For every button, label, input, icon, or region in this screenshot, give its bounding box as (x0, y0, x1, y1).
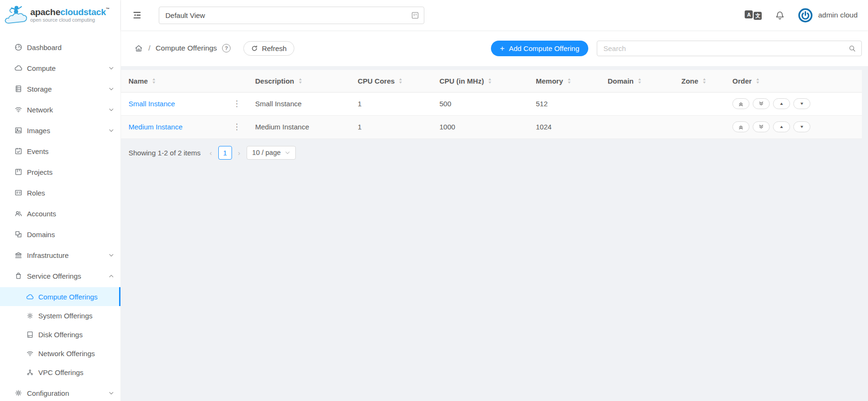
search-button[interactable] (848, 44, 856, 52)
search-box[interactable] (597, 41, 862, 56)
sidebar-item-label: Accounts (27, 210, 114, 218)
wifi-icon (26, 350, 34, 358)
move-to-bottom-button[interactable] (753, 121, 770, 132)
chevron-down-icon (109, 107, 114, 112)
sidebar-item-label: Images (27, 127, 104, 135)
column-header-cpu-cores[interactable]: CPU Cores▲▼ (350, 70, 432, 92)
offering-name-link[interactable]: Small Instance (129, 100, 175, 108)
sidebar-item-label: Infrastructure (27, 251, 104, 259)
previous-page-button[interactable]: ‹ (208, 149, 214, 157)
sort-icon: ▲▼ (488, 77, 491, 85)
page-header-actions: + Add Compute Offering (491, 41, 862, 56)
sidebar-item-events[interactable]: Events (0, 142, 120, 161)
home-breadcrumb-link[interactable] (134, 44, 143, 53)
sidebar-item-label: Configuration (27, 389, 104, 397)
move-up-button[interactable]: ▲ (773, 98, 790, 109)
sidebar-collapse-button[interactable] (132, 10, 142, 20)
topbar-right: A 文 admin cloud (745, 8, 858, 23)
refresh-icon (251, 45, 258, 52)
view-selector-input[interactable] (165, 11, 411, 19)
brand-logo: apachecloudstack™ open source cloud comp… (0, 0, 120, 30)
column-header-zone[interactable]: Zone▲▼ (674, 70, 725, 92)
sidebar-item-label: Projects (27, 168, 114, 176)
sidebar-item-configuration[interactable]: Configuration (0, 384, 120, 401)
notifications-button[interactable] (775, 10, 785, 20)
compute-offerings-table: Name▲▼ Description▲▼ CPU Cores▲▼ CPU (in… (121, 70, 862, 139)
sidebar-item-infrastructure[interactable]: Infrastructure (0, 246, 120, 264)
sidebar-item-service-offerings[interactable]: Service Offerings (0, 266, 120, 285)
page-size-select[interactable]: 10 / page (247, 146, 296, 160)
username: admin cloud (818, 11, 858, 19)
cell-domain (600, 115, 674, 138)
sidebar-item-compute-offerings[interactable]: Compute Offerings (0, 287, 120, 306)
move-to-top-button[interactable] (732, 121, 749, 132)
column-header-cpu-mhz[interactable]: CPU (in MHz)▲▼ (432, 70, 528, 92)
view-selector[interactable] (159, 7, 424, 24)
sidebar-item-vpc-offerings[interactable]: VPC Offerings (0, 363, 120, 382)
sidebar-item-network-offerings[interactable]: Network Offerings (0, 344, 120, 363)
more-actions-icon[interactable]: ⋮ (232, 99, 241, 109)
sidebar-item-domains[interactable]: Domains (0, 225, 120, 244)
sidebar-item-disk-offerings[interactable]: Disk Offerings (0, 325, 120, 344)
column-header-actions (225, 70, 248, 92)
search-icon (848, 44, 856, 52)
column-header-name[interactable]: Name▲▼ (121, 70, 225, 92)
sidebar-item-network[interactable]: Network (0, 100, 120, 119)
sidebar-item-label: Service Offerings (27, 272, 104, 280)
sidebar-item-storage[interactable]: Storage (0, 79, 120, 98)
bell-icon (775, 10, 785, 20)
add-compute-offering-button[interactable]: + Add Compute Offering (491, 41, 588, 56)
sidebar-item-compute[interactable]: Compute (0, 59, 120, 77)
search-input[interactable] (603, 44, 848, 52)
double-chevron-up-icon (738, 101, 744, 107)
caret-down-icon: ▼ (799, 102, 804, 106)
column-header-memory[interactable]: Memory▲▼ (528, 70, 600, 92)
cell-description: Small Instance (248, 92, 350, 115)
chevron-down-icon (285, 150, 290, 155)
cloudstack-monkey-logo-icon (4, 4, 28, 26)
cell-memory: 1024 (528, 115, 600, 138)
user-menu[interactable]: admin cloud (798, 8, 858, 23)
sidebar-item-dashboard[interactable]: Dashboard (0, 38, 120, 57)
chevron-up-icon (109, 273, 114, 279)
sidebar-item-accounts[interactable]: Accounts (0, 204, 120, 223)
help-button[interactable]: ? (222, 44, 231, 52)
gear-icon (26, 312, 34, 320)
cell-cpu-cores: 1 (350, 92, 432, 115)
column-label: Name (129, 77, 148, 85)
table-row: Medium Instance ⋮ Medium Instance 1 1000… (121, 115, 862, 138)
idcard-icon (14, 188, 23, 197)
content-area: Name▲▼ Description▲▼ CPU Cores▲▼ CPU (in… (121, 66, 868, 401)
sidebar-item-label: Roles (27, 189, 114, 197)
refresh-button[interactable]: Refresh (243, 41, 294, 56)
trademark-symbol: ™ (106, 7, 110, 11)
next-page-button[interactable]: › (237, 149, 242, 157)
sidebar-item-system-offerings[interactable]: System Offerings (0, 306, 120, 325)
sidebar-item-label: Domains (27, 230, 114, 239)
translate-a-icon: A (745, 10, 753, 18)
project-view-icon[interactable] (411, 11, 420, 20)
sidebar-item-projects[interactable]: Projects (0, 162, 120, 181)
double-chevron-down-icon (758, 101, 764, 107)
column-header-order[interactable]: Order▲▼ (725, 70, 862, 92)
move-up-button[interactable]: ▲ (773, 121, 790, 132)
move-to-bottom-button[interactable] (753, 98, 770, 109)
sort-icon: ▲▼ (152, 77, 155, 85)
plus-icon: + (500, 44, 505, 52)
sidebar-item-images[interactable]: Images (0, 121, 120, 140)
page-number-button[interactable]: 1 (218, 146, 232, 160)
more-actions-icon[interactable]: ⋮ (232, 122, 241, 132)
move-to-top-button[interactable] (732, 98, 749, 109)
column-header-domain[interactable]: Domain▲▼ (600, 70, 674, 92)
move-down-button[interactable]: ▼ (793, 121, 810, 132)
chevron-left-icon: ‹ (210, 149, 212, 157)
move-down-button[interactable]: ▼ (793, 98, 810, 109)
page-header: / Compute Offerings ? Refresh + Add Comp… (121, 30, 868, 66)
offering-name-link[interactable]: Medium Instance (129, 123, 182, 131)
language-switch-button[interactable]: A 文 (745, 10, 762, 20)
sidebar-item-roles[interactable]: Roles (0, 183, 120, 202)
caret-up-icon: ▲ (779, 125, 784, 129)
cloud-icon (26, 293, 34, 301)
column-header-description[interactable]: Description▲▼ (248, 70, 350, 92)
chevron-down-icon (109, 66, 114, 71)
